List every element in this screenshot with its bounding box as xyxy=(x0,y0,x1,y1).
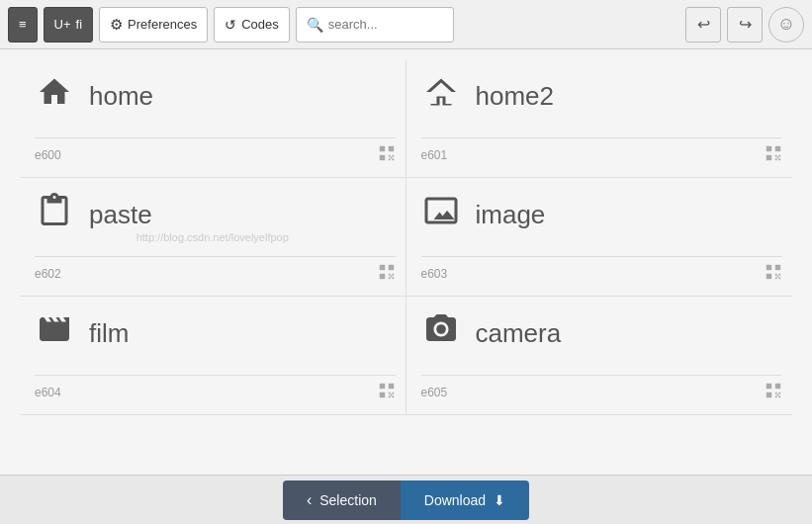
svg-rect-33 xyxy=(388,384,393,389)
svg-rect-9 xyxy=(775,146,780,151)
icon-name-row: film xyxy=(35,311,396,355)
svg-rect-19 xyxy=(388,274,390,276)
svg-rect-15 xyxy=(777,157,779,159)
camera-icon xyxy=(421,311,461,355)
icon-code-camera: e605 xyxy=(421,386,448,399)
svg-rect-0 xyxy=(379,146,384,151)
menu-button[interactable]: ≡ xyxy=(8,7,38,43)
svg-rect-11 xyxy=(775,155,777,157)
menu-icon: ≡ xyxy=(19,17,27,32)
selection-button[interactable]: ‹ Selection xyxy=(283,480,401,520)
search-icon: 🔍 xyxy=(307,17,323,33)
user-face-button[interactable]: ☺ xyxy=(768,7,804,43)
selection-label: Selection xyxy=(319,492,377,508)
icon-code-film: e604 xyxy=(35,386,61,399)
codes-icon: ↺ xyxy=(225,17,236,33)
svg-rect-22 xyxy=(392,277,394,279)
svg-rect-35 xyxy=(388,393,390,394)
svg-rect-26 xyxy=(767,274,771,279)
icon-card-paste: paste http://blog.csdn.net/lovelyelfpop … xyxy=(20,178,406,297)
icon-name-row: home xyxy=(35,74,396,118)
icon-card-camera: camera e605 xyxy=(406,297,793,415)
face-icon: ☺ xyxy=(777,14,795,35)
svg-rect-1 xyxy=(388,146,393,151)
icon-code-row: e604 xyxy=(35,375,396,402)
preferences-button[interactable]: ⚙ Preferences xyxy=(99,7,208,43)
qr-icon-image[interactable] xyxy=(765,263,782,284)
svg-rect-10 xyxy=(767,155,771,160)
fi-label: fi xyxy=(76,17,83,32)
svg-rect-38 xyxy=(392,395,394,397)
icon-code-row: e600 xyxy=(35,137,396,165)
gear-icon: ⚙ xyxy=(110,16,123,34)
svg-rect-21 xyxy=(388,277,390,279)
svg-rect-29 xyxy=(775,277,777,279)
undo-button[interactable]: ↩ xyxy=(685,7,721,43)
qr-icon-camera[interactable] xyxy=(765,382,782,402)
qr-icon-film[interactable] xyxy=(378,382,396,402)
u-plus-label: U+ xyxy=(54,17,71,32)
icon-code-home: e600 xyxy=(35,148,61,162)
svg-rect-30 xyxy=(778,277,780,279)
svg-rect-6 xyxy=(392,158,394,160)
svg-rect-45 xyxy=(778,393,780,394)
svg-rect-24 xyxy=(767,265,771,270)
icon-name-row: image xyxy=(421,193,783,236)
icon-label-image: image xyxy=(476,200,546,230)
svg-rect-8 xyxy=(767,146,771,151)
icon-name-row: home2 xyxy=(421,74,783,118)
svg-rect-2 xyxy=(379,155,384,160)
image-icon xyxy=(421,193,461,236)
icon-label-camera: camera xyxy=(476,318,562,349)
icon-code-row: e603 xyxy=(421,256,783,284)
home2-icon xyxy=(421,74,461,118)
svg-point-40 xyxy=(436,324,446,334)
svg-rect-4 xyxy=(392,155,394,157)
svg-rect-18 xyxy=(379,274,384,279)
undo-icon: ↩ xyxy=(697,15,710,34)
download-button[interactable]: Download ⬇ xyxy=(401,480,529,520)
svg-rect-5 xyxy=(388,158,390,160)
svg-rect-37 xyxy=(388,395,390,397)
icon-code-paste: e602 xyxy=(35,267,61,281)
qr-icon-home2[interactable] xyxy=(765,144,782,165)
icon-label-home2: home2 xyxy=(476,81,555,112)
search-input[interactable] xyxy=(328,17,437,32)
svg-rect-36 xyxy=(392,393,394,394)
svg-rect-46 xyxy=(775,395,777,397)
codes-button[interactable]: ↺ Codes xyxy=(214,7,290,43)
svg-rect-34 xyxy=(379,393,384,397)
svg-rect-25 xyxy=(775,265,780,270)
preferences-label: Preferences xyxy=(128,17,197,32)
search-box[interactable]: 🔍 xyxy=(296,7,454,43)
svg-rect-41 xyxy=(767,384,771,389)
svg-rect-23 xyxy=(390,276,392,278)
icon-grid: home e600 home2 e601 xyxy=(20,59,792,415)
svg-rect-42 xyxy=(775,384,780,389)
icon-label-paste: paste xyxy=(89,200,152,230)
svg-rect-27 xyxy=(775,274,777,276)
qr-icon-home[interactable] xyxy=(378,144,396,165)
svg-rect-16 xyxy=(379,265,384,270)
icon-code-home2: e601 xyxy=(421,148,448,162)
redo-button[interactable]: ↪ xyxy=(727,7,763,43)
svg-rect-28 xyxy=(778,274,780,276)
svg-rect-31 xyxy=(777,276,779,278)
svg-rect-13 xyxy=(775,158,777,160)
qr-icon-paste[interactable] xyxy=(378,263,396,284)
bottom-bar: ‹ Selection Download ⬇ xyxy=(0,475,812,524)
svg-rect-20 xyxy=(392,274,394,276)
icon-label-film: film xyxy=(89,318,129,349)
icon-card-image: image e603 xyxy=(406,178,793,297)
toolbar: ≡ U+ fi ⚙ Preferences ↺ Codes 🔍 ↩ ↪ ☺ xyxy=(0,0,812,49)
icon-code-row: e605 xyxy=(421,375,783,402)
download-label: Download xyxy=(424,492,486,508)
svg-rect-39 xyxy=(390,394,392,396)
icon-name-row: camera xyxy=(421,311,783,355)
unicode-button[interactable]: U+ fi xyxy=(44,7,93,43)
chevron-left-icon: ‹ xyxy=(307,491,312,509)
codes-label: Codes xyxy=(241,17,279,32)
svg-rect-44 xyxy=(775,393,777,394)
film-icon xyxy=(35,311,74,355)
icon-code-row: e602 xyxy=(35,256,396,284)
